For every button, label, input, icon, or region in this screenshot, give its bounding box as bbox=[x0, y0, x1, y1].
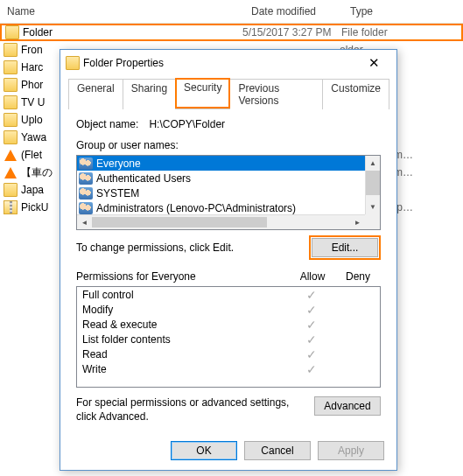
file-type: File folder bbox=[341, 26, 458, 38]
tab-customize[interactable]: Customize bbox=[322, 79, 389, 109]
folder-icon bbox=[4, 113, 18, 127]
vertical-scrollbar[interactable]: ▲ ▼ bbox=[365, 156, 380, 214]
deny-header: Deny bbox=[335, 270, 381, 283]
permission-row[interactable]: Read & execute✓ bbox=[77, 317, 380, 332]
vlc-icon bbox=[4, 167, 17, 178]
advanced-button[interactable]: Advanced bbox=[314, 396, 381, 416]
tab-previous-versions[interactable]: Previous Versions bbox=[229, 79, 323, 109]
cancel-button[interactable]: Cancel bbox=[244, 441, 311, 460]
users-icon bbox=[79, 202, 93, 214]
file-name: TV U bbox=[21, 96, 45, 108]
permission-row[interactable]: Full control✓ bbox=[77, 287, 380, 302]
permission-row[interactable]: Modify✓ bbox=[77, 302, 380, 317]
dialog-title: Folder Properties bbox=[80, 57, 356, 69]
allow-header: Allow bbox=[290, 270, 335, 283]
folder-icon bbox=[4, 43, 18, 57]
permission-name: Modify bbox=[82, 304, 291, 316]
allow-check-icon: ✓ bbox=[291, 362, 333, 376]
edit-highlight: Edit... bbox=[309, 235, 381, 260]
scroll-left-icon[interactable]: ◄ bbox=[77, 215, 92, 229]
file-name: Yawa bbox=[21, 131, 46, 144]
scroll-thumb-h[interactable] bbox=[92, 217, 267, 228]
permissions-listbox[interactable]: Full control✓Modify✓Read & execute✓List … bbox=[76, 286, 381, 388]
group-listbox[interactable]: EveryoneAuthenticated UsersSYSTEMAdminis… bbox=[76, 155, 381, 230]
permission-name: Full control bbox=[82, 289, 291, 301]
group-item[interactable]: Authenticated Users bbox=[77, 171, 365, 186]
permission-row[interactable]: Read✓ bbox=[77, 346, 380, 361]
permission-name: Write bbox=[82, 363, 291, 375]
tab-sharing[interactable]: Sharing bbox=[123, 79, 176, 109]
permission-row[interactable]: Write✓ bbox=[77, 361, 380, 376]
scroll-down-icon[interactable]: ▼ bbox=[366, 200, 380, 214]
permission-row[interactable]: List folder contents✓ bbox=[77, 332, 380, 346]
change-permissions-text: To change permissions, click Edit. bbox=[76, 242, 234, 254]
allow-check-icon: ✓ bbox=[291, 318, 333, 332]
file-date: 5/15/2017 3:27 PM bbox=[242, 26, 341, 38]
table-row[interactable]: Folder5/15/2017 3:27 PMFile folder bbox=[0, 24, 463, 41]
group-name: Everyone bbox=[96, 158, 141, 170]
file-name: Fron bbox=[21, 44, 43, 56]
folder-icon bbox=[4, 60, 18, 74]
file-name: 【車の bbox=[21, 165, 53, 180]
group-name: Administrators (Lenovo-PC\Administrators… bbox=[96, 202, 296, 214]
folder-icon bbox=[4, 130, 18, 144]
horizontal-scrollbar[interactable]: ◄ ► bbox=[77, 214, 365, 229]
scroll-thumb[interactable] bbox=[366, 171, 380, 195]
folder-icon bbox=[4, 95, 18, 109]
file-name: (Flet bbox=[21, 149, 42, 161]
scroll-up-icon[interactable]: ▲ bbox=[366, 156, 380, 171]
advanced-text: For special permissions or advanced sett… bbox=[76, 396, 302, 424]
file-name: Harc bbox=[21, 61, 43, 74]
tab-strip: GeneralSharingSecurityPrevious VersionsC… bbox=[68, 78, 389, 109]
file-name: Uplo bbox=[21, 114, 43, 126]
group-item[interactable]: Administrators (Lenovo-PC\Administrators… bbox=[77, 200, 365, 214]
vlc-icon bbox=[4, 150, 17, 161]
header-type[interactable]: Type bbox=[343, 4, 463, 19]
permission-name: Read bbox=[82, 348, 291, 360]
object-name-label: Object name: bbox=[76, 118, 138, 130]
tab-general[interactable]: General bbox=[68, 79, 123, 109]
group-name: Authenticated Users bbox=[96, 172, 191, 185]
users-icon bbox=[79, 158, 93, 170]
folder-icon bbox=[5, 25, 19, 39]
apply-button[interactable]: Apply bbox=[318, 441, 384, 460]
allow-check-icon: ✓ bbox=[291, 332, 333, 346]
file-name: Japa bbox=[21, 184, 44, 196]
column-headers: Name Date modified Type bbox=[0, 0, 463, 24]
ok-button[interactable]: OK bbox=[171, 441, 237, 460]
users-icon bbox=[79, 187, 93, 200]
permission-name: Read & execute bbox=[82, 318, 291, 331]
header-name[interactable]: Name bbox=[0, 4, 244, 19]
group-item[interactable]: SYSTEM bbox=[77, 186, 365, 200]
scroll-right-icon[interactable]: ► bbox=[350, 215, 365, 229]
allow-check-icon: ✓ bbox=[291, 347, 333, 361]
group-label: Group or user names: bbox=[76, 139, 381, 151]
zip-icon bbox=[4, 200, 18, 214]
close-button[interactable]: ✕ bbox=[356, 52, 391, 74]
permission-name: List folder contents bbox=[82, 333, 291, 346]
tab-security[interactable]: Security bbox=[175, 78, 230, 108]
object-name-value: H:\COPY\Folder bbox=[149, 118, 225, 130]
dialog-buttons: OK Cancel Apply bbox=[60, 432, 396, 469]
properties-dialog: Folder Properties ✕ GeneralSharingSecuri… bbox=[60, 49, 397, 471]
titlebar[interactable]: Folder Properties ✕ bbox=[60, 50, 396, 76]
file-name: Folder bbox=[23, 26, 53, 38]
folder-icon bbox=[4, 78, 18, 92]
group-name: SYSTEM bbox=[96, 187, 139, 200]
file-name: Phor bbox=[21, 79, 43, 91]
group-item[interactable]: Everyone bbox=[77, 156, 365, 171]
folder-icon bbox=[4, 183, 18, 197]
permissions-label: Permissions for Everyone bbox=[76, 270, 290, 283]
allow-check-icon: ✓ bbox=[291, 288, 333, 302]
users-icon bbox=[79, 172, 93, 185]
header-date[interactable]: Date modified bbox=[244, 4, 343, 19]
edit-button[interactable]: Edit... bbox=[312, 238, 378, 257]
folder-icon bbox=[66, 56, 80, 70]
allow-check-icon: ✓ bbox=[291, 303, 333, 317]
file-name: PickU bbox=[21, 201, 48, 214]
